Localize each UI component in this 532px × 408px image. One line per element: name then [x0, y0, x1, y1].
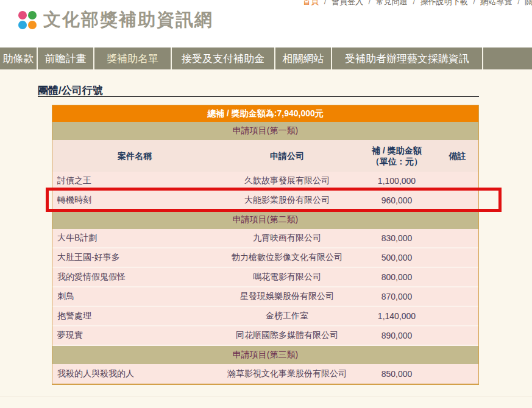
col-case-name: 案件名稱: [52, 150, 217, 161]
cell-company: 瀚草影視文化事業股份有限公司: [217, 368, 357, 379]
section-header-2: 申請項目(第二類): [52, 211, 478, 229]
total-amount-banner: 總補 / 獎助金額為:7,940,000元: [52, 105, 478, 122]
site-title: 文化部獎補助資訊網: [43, 8, 213, 32]
logo-dot-orange: [28, 21, 37, 29]
col-amount: 補 / 獎助金額 （單位：元）: [357, 145, 436, 167]
table-row: 我的愛情假鬼假怪 鳴花電影有限公司 800,000: [52, 268, 478, 287]
cell-amount: 1,100,000: [357, 176, 436, 186]
nav-tab-procurement-info[interactable]: 受補助者辦理藝文採購資訊: [332, 47, 483, 69]
grant-table: 總補 / 獎助金額為:7,940,000元 申請項目(第一類) 案件名稱 申請公…: [52, 105, 479, 385]
cell-company: 勃力槍數位影像文化有限公司: [217, 252, 357, 263]
table-row: 我殺的人與殺我的人 瀚草影視文化事業股份有限公司 850,000: [52, 364, 478, 384]
table-row: 夢現實 同花順國際多媒體有限公司 890,000: [52, 326, 478, 346]
main-nav: 助條款 前瞻計畫 獎補助名單 接受及支付補助金 相關網站 受補助者辦理藝文採購資…: [0, 47, 532, 69]
cell-case-name: 大牛B計劃: [52, 233, 217, 244]
col-note: 備註: [436, 150, 478, 161]
highlight-rectangle: [46, 188, 502, 212]
nav-tab-related-sites[interactable]: 相關網站: [275, 47, 332, 69]
nav-tab-terms[interactable]: 助條款: [0, 47, 38, 69]
cell-case-name: 抱警處理: [52, 311, 217, 322]
col-amount-line1: 補 / 獎助金額: [357, 145, 436, 156]
nav-tab-receive-pay[interactable]: 接受及支付補助金: [172, 47, 275, 69]
link-separator: /: [366, 0, 374, 6]
table-column-header: 案件名稱 申請公司 補 / 獎助金額 （單位：元） 備註: [52, 140, 478, 172]
logo-dot-green: [28, 11, 37, 19]
col-company: 申請公司: [217, 150, 357, 161]
cell-company: 金榜工作室: [217, 311, 357, 322]
cell-amount: 850,000: [357, 369, 436, 379]
page-title: 團體/公司行號: [38, 83, 103, 97]
col-amount-line2: （單位：元）: [357, 156, 436, 167]
table-row: 大肚王國-好事多 勃力槍數位影像文化有限公司 500,000: [52, 248, 478, 268]
nav-tab-forward-plan[interactable]: 前瞻計畫: [38, 47, 94, 69]
toplink-manual-download[interactable]: 操作說明下載: [420, 0, 468, 6]
link-separator: /: [514, 0, 523, 6]
logo-dot-pink: [18, 11, 27, 19]
cell-amount: 1,140,000: [357, 311, 436, 321]
toplink-about[interactable]: 關於我們: [525, 0, 532, 6]
cell-company: 鳴花電影有限公司: [217, 272, 357, 283]
toplink-member-login[interactable]: 會員登入: [332, 0, 363, 6]
cell-amount: 890,000: [357, 331, 436, 340]
nav-filler: [483, 47, 532, 69]
cell-case-name: 我殺的人與殺我的人: [52, 368, 217, 379]
cell-amount: 500,000: [357, 253, 436, 262]
cell-case-name: 刺鳥: [52, 291, 217, 302]
site-logo[interactable]: 文化部獎補助資訊網: [18, 8, 213, 32]
table-row: 抱警處理 金榜工作室 1,140,000: [52, 307, 478, 326]
cell-amount: 830,000: [357, 233, 436, 243]
cell-case-name: 大肚王國-好事多: [52, 252, 217, 263]
table-row: 大牛B計劃 九霄映画有限公司 830,000: [52, 229, 478, 248]
cell-amount: 800,000: [357, 272, 436, 282]
section-header-3: 申請項目(第三類): [52, 346, 478, 364]
page: 文化部獎補助資訊網 首頁 / 會員登入 / 常見問題 / 操作說明下載 / 網站…: [0, 0, 532, 408]
cell-company: 同花順國際多媒體有限公司: [217, 330, 357, 341]
cell-case-name: 夢現實: [52, 330, 217, 341]
toplink-home[interactable]: 首頁: [303, 0, 319, 6]
cell-amount: 870,000: [357, 292, 436, 301]
table-row: 刺鳥 星發現娛樂股份有限公司 870,000: [52, 287, 478, 307]
section-header-1: 申請項目(第一類): [52, 122, 478, 140]
cell-case-name: 討債之王: [52, 175, 217, 186]
cell-company: 九霄映画有限公司: [217, 233, 357, 244]
link-separator: /: [410, 0, 418, 6]
nav-tab-grant-list[interactable]: 獎補助名單: [94, 47, 172, 69]
link-separator: /: [321, 0, 330, 6]
cell-company: 星發現娛樂股份有限公司: [217, 291, 357, 302]
toplink-faq[interactable]: 常見問題: [376, 0, 408, 6]
link-separator: /: [470, 0, 478, 6]
cell-case-name: 我的愛情假鬼假怪: [52, 272, 217, 283]
top-utility-links: 首頁 / 會員登入 / 常見問題 / 操作說明下載 / 網站導覽 / 關於我們: [303, 0, 532, 7]
toplink-sitemap[interactable]: 網站導覽: [481, 0, 512, 6]
footer-divider: [0, 396, 532, 396]
title-divider: [38, 96, 479, 97]
logo-dot-blue: [18, 21, 27, 29]
cell-company: 久歆故事發展有限公司: [217, 175, 357, 186]
logo-dots-icon: [18, 11, 37, 29]
